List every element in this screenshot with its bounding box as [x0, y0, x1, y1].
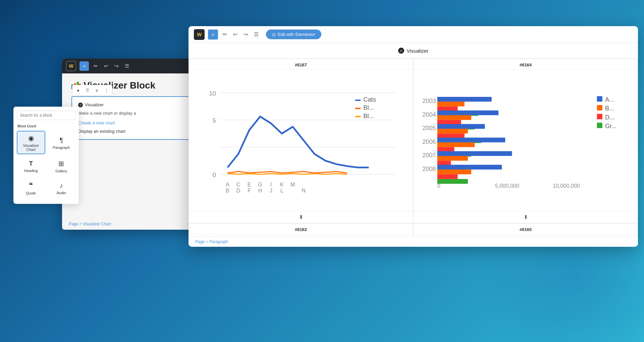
sidebar-item-heading[interactable]: T Heading	[17, 156, 45, 176]
front-undo-icon[interactable]: ↩	[232, 30, 239, 39]
svg-text:10: 10	[209, 90, 216, 97]
front-add-button[interactable]: +	[208, 30, 218, 40]
svg-text:2007: 2007	[422, 152, 436, 159]
svg-rect-56	[437, 151, 512, 156]
front-menu-icon[interactable]: ☰	[253, 30, 260, 39]
svg-rect-50	[437, 133, 465, 138]
most-used-label: Most Used	[17, 124, 75, 128]
sidebar-item-quote[interactable]: ❝ Quote	[17, 178, 45, 198]
chart-6167: #6167 10 5 0 A B	[189, 59, 413, 223]
block-toolbar-chevron[interactable]: ∨	[93, 86, 101, 94]
svg-text:Cats: Cats	[363, 96, 376, 103]
visualizer-chart-label: Visualizer Chart	[19, 144, 43, 152]
svg-rect-45	[437, 115, 471, 120]
svg-rect-66	[597, 105, 602, 110]
chart-6164-body: 2003 2004 2005 2006 2007 2008 0 5,000,00…	[414, 70, 638, 211]
svg-rect-46	[437, 120, 461, 125]
share-icon-6164[interactable]: ⬆	[524, 214, 528, 220]
front-redo-icon[interactable]: ↪	[242, 30, 249, 39]
svg-text:Bl...: Bl...	[363, 104, 374, 111]
svg-rect-52	[437, 137, 505, 142]
heading-label: Heading	[24, 169, 38, 173]
sidebar-panel: Most Used ◉ Visualizer Chart ¶ Paragraph…	[13, 107, 79, 204]
svg-text:2008: 2008	[422, 166, 436, 172]
block-toolbar: ● ⠿ ∨ ⋮	[72, 85, 112, 96]
chart-6160-title: #6160	[414, 224, 638, 234]
visualizer-chart-icon: ◉	[28, 134, 34, 142]
svg-rect-61	[437, 170, 471, 174]
gallery-label: Gallery	[55, 169, 67, 173]
svg-rect-64	[597, 96, 602, 102]
svg-rect-62	[437, 174, 458, 179]
front-breadcrumb: Page > Paragraph	[189, 236, 638, 247]
audio-icon: ♪	[60, 182, 63, 189]
svg-text:2004: 2004	[422, 111, 436, 118]
block-toolbar-dot[interactable]: ●	[74, 86, 82, 94]
svg-rect-58	[437, 161, 451, 165]
chart-6167-footer[interactable]: ⬆	[189, 211, 413, 223]
front-window: W + ✏ ↩ ↪ ☰ ◎ Edit with Elementor ◎ Visu…	[189, 26, 638, 247]
block-search-input[interactable]	[17, 111, 75, 120]
chart-6164-footer[interactable]: ⬆	[414, 211, 638, 223]
svg-text:K: K	[280, 181, 284, 187]
svg-text:10,000,000: 10,000,000	[553, 183, 580, 189]
svg-rect-49	[437, 129, 468, 133]
svg-text:Gr...: Gr...	[605, 123, 616, 129]
svg-rect-53	[437, 142, 475, 147]
svg-rect-54	[437, 147, 454, 152]
share-icon-6167[interactable]: ⬆	[299, 214, 303, 220]
chart-6160: #6160 2003 2004 2005 2006 2007 2008 0 1,…	[413, 223, 638, 236]
sidebar-item-audio[interactable]: ♪ Audio	[47, 178, 76, 198]
svg-text:D: D	[236, 187, 240, 193]
svg-rect-29	[355, 116, 361, 117]
viz-top-bar: ◎ Visualizer	[189, 43, 638, 59]
gallery-icon: ⊞	[58, 160, 64, 168]
block-toolbar-more[interactable]: ⋮	[102, 86, 110, 94]
edit-with-elementor-button[interactable]: ◎ Edit with Elementor	[266, 30, 321, 39]
block-grid: ◉ Visualizer Chart ¶ Paragraph T Heading…	[17, 131, 75, 198]
front-edit-icon[interactable]: ✏	[221, 30, 228, 39]
svg-text:5,000,000: 5,000,000	[495, 183, 519, 189]
chart-6162-title: #6162	[189, 224, 413, 234]
block-toolbar-grid[interactable]: ⠿	[84, 86, 92, 94]
paragraph-icon: ¶	[59, 136, 63, 144]
sidebar-item-paragraph[interactable]: ¶ Paragraph	[47, 131, 76, 154]
front-breadcrumb-text: Page > Paragraph	[195, 239, 228, 244]
quote-icon: ❝	[29, 181, 33, 190]
viz-top-label: Visualizer	[407, 48, 429, 54]
svg-text:E: E	[248, 181, 251, 187]
svg-rect-60	[437, 165, 502, 169]
front-logo: W	[194, 29, 205, 40]
back-redo-icon[interactable]: ↪	[113, 62, 120, 70]
svg-rect-42	[437, 106, 458, 111]
back-edit-icon[interactable]: ✏	[92, 62, 99, 70]
svg-rect-63	[437, 179, 468, 184]
svg-text:C: C	[236, 181, 240, 187]
audio-label: Audio	[57, 191, 66, 195]
chart-6162: #6162 1,500,000 1,000,000 500,000 0	[189, 223, 413, 236]
svg-text:A: A	[226, 181, 229, 187]
front-content: ◎ Visualizer #6167 10 5 0	[189, 43, 638, 236]
svg-text:2006: 2006	[422, 138, 436, 145]
back-breadcrumb: Page > Visualizer Chart	[69, 222, 111, 226]
chart-6167-body: 10 5 0 A B C D E F G H I J K	[189, 70, 413, 211]
svg-text:A...: A...	[605, 96, 614, 103]
svg-text:L: L	[280, 187, 283, 193]
svg-text:N: N	[302, 187, 306, 193]
charts-grid: #6167 10 5 0 A B	[189, 59, 638, 236]
chart-6167-title: #6167	[189, 59, 413, 70]
chart-6164-title: #6164	[414, 59, 638, 70]
svg-text:B: B	[226, 187, 229, 193]
svg-text:I: I	[270, 181, 272, 187]
svg-text:M: M	[290, 181, 295, 187]
back-undo-icon[interactable]: ↩	[103, 62, 110, 70]
svg-rect-41	[437, 102, 465, 106]
sidebar-item-visualizer-chart[interactable]: ◉ Visualizer Chart	[17, 131, 45, 154]
svg-rect-48	[437, 124, 485, 129]
svg-rect-27	[355, 108, 361, 109]
back-menu-icon[interactable]: ☰	[123, 62, 130, 70]
svg-rect-70	[597, 123, 602, 128]
back-add-button[interactable]: +	[79, 61, 89, 71]
elementor-btn-icon: ◎	[272, 32, 276, 37]
sidebar-item-gallery[interactable]: ⊞ Gallery	[47, 156, 76, 176]
